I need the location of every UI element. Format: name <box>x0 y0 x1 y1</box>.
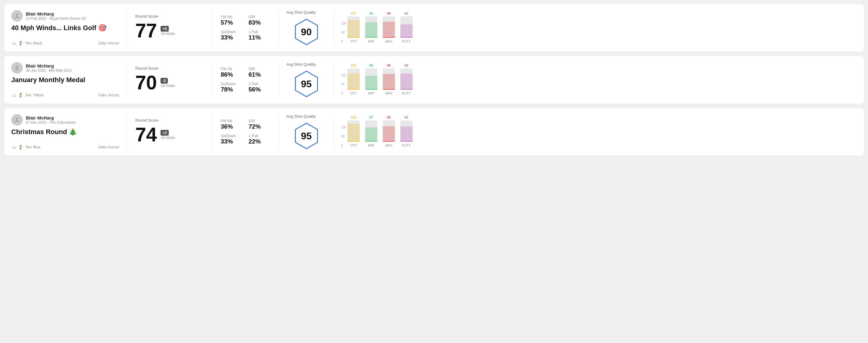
bar-wrapper <box>365 120 377 142</box>
score-row: 70 -2 18 Holes <box>135 73 204 92</box>
bar-wrapper <box>365 68 377 90</box>
bar-group-app: 87 APP <box>365 116 377 147</box>
hexagon-container: 95 <box>293 70 320 98</box>
round-title: Christmas Round 🎄 <box>11 128 119 136</box>
bar-label: PUTT <box>402 39 411 43</box>
oneputt-stat: 1 Putt 11% <box>249 30 271 41</box>
fw-hit-stat: FW Hit 36% <box>221 119 243 130</box>
score-section: Round Score 70 -2 18 Holes <box>127 62 212 98</box>
gir-stat: GIR 72% <box>249 119 271 130</box>
bar-value: 107 <box>351 11 356 15</box>
quality-label: Avg Shot Quality <box>286 114 316 119</box>
bar-label: APP <box>368 92 375 95</box>
hexagon-score: 95 <box>301 130 312 142</box>
score-detail: +5 18 Holes <box>160 26 175 36</box>
bar-chart: 107 OTT 95 APP <box>347 13 412 43</box>
bar-value: 93 <box>405 116 408 119</box>
oneputt-value: 56% <box>249 86 271 93</box>
bar-fill <box>400 126 412 142</box>
bar-line <box>383 37 395 38</box>
holes-label: 18 Holes <box>160 136 175 140</box>
gir-stat: GIR 83% <box>249 15 271 26</box>
bar-label: OTT <box>350 144 357 147</box>
cloud-icon: ☁️ <box>11 145 17 150</box>
bar-fill <box>383 126 395 142</box>
bar-value: 96 <box>387 64 391 67</box>
bar-label: ARG <box>385 144 393 147</box>
user-info: Blair McHarg 29 Jan 2022 · Mill Ride GCC <box>11 62 119 73</box>
gir-label: GIR <box>249 67 271 71</box>
bar-line <box>400 141 412 142</box>
hexagon-container: 90 <box>293 18 320 45</box>
oneputt-label: 1 Putt <box>249 134 271 138</box>
tee-info: ☁️ 🏌️ Tee: Yellow <box>11 93 43 98</box>
round-title: January Monthly Medal <box>11 76 119 84</box>
bar-group-ott: 107 OTT <box>347 11 360 43</box>
big-score: 77 <box>135 21 157 40</box>
user-meta: 12 Feb 2022 · Royal North Devon GC <box>26 17 87 21</box>
round-left-section: Blair McHarg 12 Feb 2022 · Royal North D… <box>11 10 127 45</box>
user-info: Blair McHarg 12 Feb 2022 · Royal North D… <box>11 10 119 22</box>
oneputt-stat: 1 Putt 56% <box>249 82 271 93</box>
quality-section: Avg Shot Quality 90 <box>279 10 334 45</box>
fw-hit-label: FW Hit <box>221 119 243 123</box>
chart-y-axis: 100 50 0 <box>341 22 346 43</box>
oneputt-value: 22% <box>249 138 271 145</box>
score-row: 74 +2 18 Holes <box>135 125 204 145</box>
score-row: 77 +5 18 Holes <box>135 21 204 40</box>
bottom-info: ☁️ 🏌️ Tee: Yellow Data: Arccos <box>11 93 119 98</box>
round-card-round1: Blair McHarg 12 Feb 2022 · Royal North D… <box>4 4 864 52</box>
bar-group-arg: 95 ARG <box>383 116 395 147</box>
svg-point-4 <box>16 118 18 120</box>
updown-stat: Up/Down 33% <box>221 134 243 145</box>
bar-fill <box>365 127 377 142</box>
bar-line <box>383 89 395 90</box>
bar-fill <box>347 20 360 38</box>
fw-hit-value: 57% <box>221 19 243 26</box>
user-name: Blair McHarg <box>26 115 76 120</box>
bar-line <box>347 89 360 90</box>
stats-grid: FW Hit 36% GIR 72% Up/Down 33% 1 Putt 22… <box>221 119 270 145</box>
bar-wrapper <box>400 68 412 90</box>
bar-line <box>365 37 377 38</box>
bar-wrapper <box>400 17 412 38</box>
bar-value: 82 <box>405 11 408 15</box>
bar-wrapper <box>347 68 360 90</box>
fw-hit-value: 36% <box>221 123 243 130</box>
score-detail: -2 18 Holes <box>160 78 175 88</box>
fw-hit-value: 86% <box>221 71 243 78</box>
bar-wrapper <box>347 120 360 142</box>
gir-label: GIR <box>249 119 271 123</box>
bar-wrapper <box>400 120 412 142</box>
hexagon-score: 95 <box>301 79 312 90</box>
bar-fill <box>383 22 395 38</box>
bar-value: 101 <box>351 64 356 67</box>
bottom-info: ☁️ 🏌️ Tee: Black Data: Arccos <box>11 41 119 45</box>
chart-y-axis: 100 50 0 <box>341 74 346 95</box>
bar-label: PUTT <box>402 92 411 95</box>
bar-label: PUTT <box>402 144 411 147</box>
bar-value: 87 <box>369 116 373 119</box>
score-badge: -2 <box>160 78 168 84</box>
round-score-label: Round Score <box>135 66 204 70</box>
bar-fill <box>400 73 412 90</box>
stats-grid: FW Hit 86% GIR 61% Up/Down 78% 1 Putt 56… <box>221 67 270 93</box>
gir-value: 83% <box>249 19 271 26</box>
bar-line <box>400 37 412 38</box>
data-source: Data: Arccos <box>98 93 119 97</box>
bar-line <box>347 37 360 38</box>
bar-label: ARG <box>385 39 393 43</box>
oneputt-label: 1 Putt <box>249 82 271 86</box>
chart-y-axis: 100 50 0 <box>341 126 346 147</box>
tee-bag-icon: 🏌️ <box>18 41 23 45</box>
updown-value: 78% <box>221 86 243 93</box>
round-title: 40 Mph Winds... Links Golf 🎯 <box>11 24 119 32</box>
score-badge: +2 <box>160 130 169 136</box>
bar-group-arg: 98 ARG <box>383 11 395 43</box>
quality-label: Avg Shot Quality <box>286 10 316 14</box>
hexagon-container: 95 <box>293 122 320 150</box>
bar-group-app: 86 APP <box>365 64 377 95</box>
fw-hit-label: FW Hit <box>221 67 243 71</box>
bar-value: 99 <box>405 64 408 67</box>
round-score-label: Round Score <box>135 118 204 123</box>
